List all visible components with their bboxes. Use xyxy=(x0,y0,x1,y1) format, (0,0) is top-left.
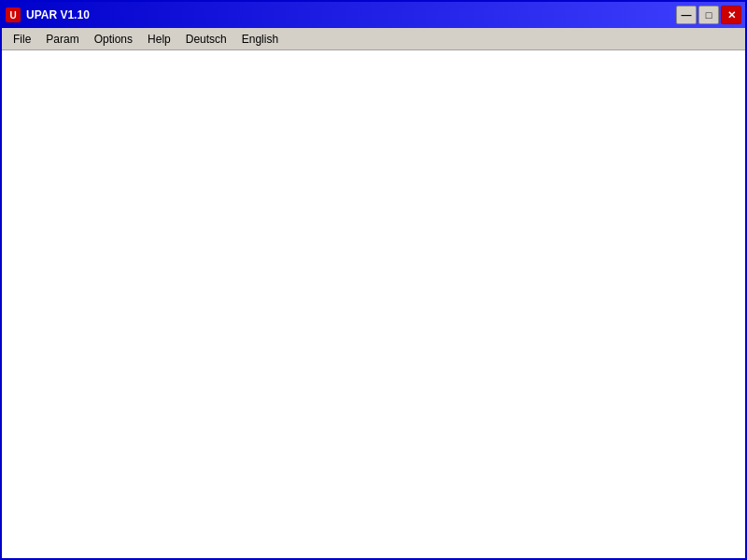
title-bar-left: U UPAR V1.10 xyxy=(6,7,90,22)
app-window: U UPAR V1.10 — □ ✕ FileParamOptionsHelpD… xyxy=(0,0,747,560)
app-icon-label: U xyxy=(9,10,16,21)
menu-item-english[interactable]: English xyxy=(234,28,286,49)
window-title: UPAR V1.10 xyxy=(26,8,90,21)
menu-item-options[interactable]: Options xyxy=(87,28,140,49)
menu-item-param[interactable]: Param xyxy=(38,28,86,49)
app-icon: U xyxy=(6,7,21,22)
menu-item-help[interactable]: Help xyxy=(140,28,178,49)
title-bar: U UPAR V1.10 — □ ✕ xyxy=(2,2,745,28)
menu-item-file[interactable]: File xyxy=(6,28,38,49)
main-content xyxy=(2,50,745,558)
minimize-button[interactable]: — xyxy=(676,6,697,24)
title-bar-buttons: — □ ✕ xyxy=(676,6,741,24)
menu-item-deutsch[interactable]: Deutsch xyxy=(178,28,234,49)
menu-bar: FileParamOptionsHelpDeutschEnglish xyxy=(2,28,745,50)
maximize-button[interactable]: □ xyxy=(698,6,719,24)
close-button[interactable]: ✕ xyxy=(721,6,741,24)
